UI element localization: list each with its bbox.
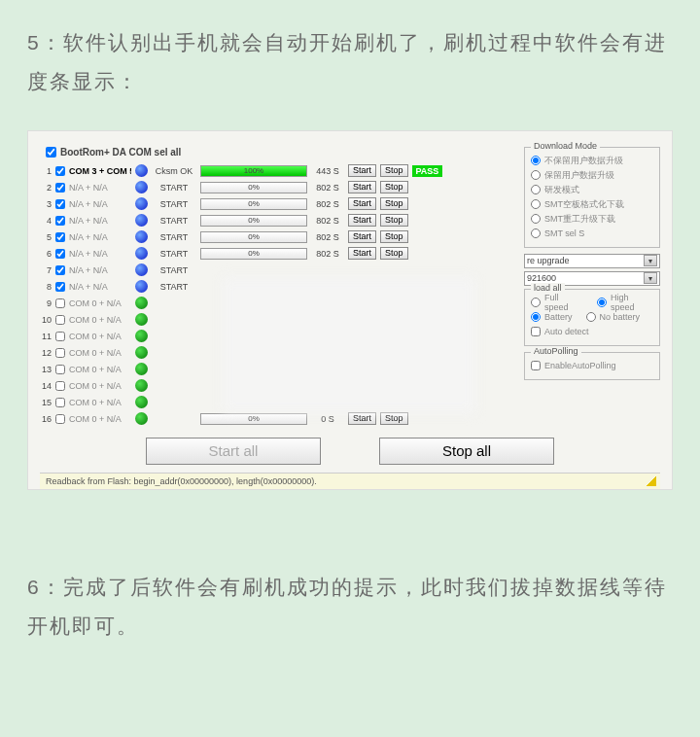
row-num: 4 xyxy=(40,216,52,226)
radio-no-battery[interactable]: No battery xyxy=(586,310,641,325)
download-all-title: load all xyxy=(531,283,565,293)
row-checkbox[interactable] xyxy=(55,216,65,226)
row-stop-button[interactable]: Stop xyxy=(380,181,408,193)
row-port: COM 0 + N/A xyxy=(69,315,131,325)
status-dot-icon xyxy=(135,346,148,359)
row-time: 443 S xyxy=(311,166,344,176)
download-mode-option[interactable]: 不保留用户数据升级 xyxy=(531,154,653,168)
row-port: N/A + N/A xyxy=(69,216,131,226)
row-checkbox[interactable] xyxy=(55,232,65,242)
autopolling-group: AutoPolling EnableAutoPolling xyxy=(524,352,660,380)
download-mode-option[interactable]: SMT重工升级下载 xyxy=(531,212,653,227)
row-checkbox[interactable] xyxy=(55,199,65,209)
row-stop-button[interactable]: Stop xyxy=(380,197,408,210)
check-auto-detect[interactable]: Auto detect xyxy=(531,325,653,339)
row-port: N/A + N/A xyxy=(69,232,131,242)
row-status: START xyxy=(152,249,196,259)
row-start-button[interactable]: Start xyxy=(348,214,376,227)
flash-tool-window: BootRom+ DA COM sel all 1COM 3 + COM 5Ck… xyxy=(27,130,673,490)
row-progress: 0% xyxy=(200,413,307,425)
row-progress: 0% xyxy=(200,198,307,210)
step5-text: 5：软件认别出手机就会自动开始刷机了，刷机过程中软件会有进度条显示： xyxy=(27,23,673,101)
row-time: 802 S xyxy=(311,249,344,259)
status-dot-icon xyxy=(135,230,148,243)
chevron-down-icon: ▾ xyxy=(644,272,657,284)
row-checkbox[interactable] xyxy=(55,298,65,308)
row-status: START xyxy=(152,216,196,226)
row-time: 802 S xyxy=(311,216,344,226)
row-num: 8 xyxy=(40,282,52,292)
row-status: START xyxy=(152,232,196,242)
select-all-input[interactable] xyxy=(46,147,56,158)
row-checkbox[interactable] xyxy=(55,249,65,259)
row-num: 9 xyxy=(40,298,52,308)
status-dot-icon xyxy=(135,313,148,326)
right-panel: Download Mode 不保留用户数据升级保留用户数据升级研发模式SMT空板… xyxy=(524,147,660,428)
row-status: START xyxy=(152,265,196,275)
download-mode-option[interactable]: 保留用户数据升级 xyxy=(531,168,653,183)
download-mode-option[interactable]: SMT空板格式化下载 xyxy=(531,197,653,212)
row-time: 802 S xyxy=(311,183,344,193)
select-all-label: BootRom+ DA COM sel all xyxy=(60,147,181,158)
row-start-button[interactable]: Start xyxy=(348,412,376,425)
row-checkbox[interactable] xyxy=(55,398,65,407)
status-dot-icon xyxy=(135,363,148,375)
row-checkbox[interactable] xyxy=(55,166,65,176)
row-checkbox[interactable] xyxy=(55,381,65,391)
status-dot-icon xyxy=(135,330,148,342)
device-row: 7N/A + N/ASTART xyxy=(40,263,514,278)
stop-all-button[interactable]: Stop all xyxy=(379,438,554,465)
select-all-checkbox[interactable]: BootRom+ DA COM sel all xyxy=(40,147,514,158)
row-num: 2 xyxy=(40,183,52,193)
row-status: START xyxy=(152,282,196,292)
download-mode-title: Download Mode xyxy=(531,141,600,151)
row-start-button[interactable]: Start xyxy=(348,247,376,260)
row-checkbox[interactable] xyxy=(55,282,65,292)
row-checkbox[interactable] xyxy=(55,265,65,275)
download-mode-option[interactable]: 研发模式 xyxy=(531,183,653,197)
row-port: N/A + N/A xyxy=(69,282,131,292)
row-start-button[interactable]: Start xyxy=(348,181,376,193)
autopolling-title: AutoPolling xyxy=(531,346,581,356)
device-row: 16COM 0 + N/A0%0 SStartStop xyxy=(40,411,514,427)
status-dot-icon xyxy=(135,396,148,408)
status-dot-icon xyxy=(135,181,148,193)
row-checkbox[interactable] xyxy=(55,183,65,193)
row-checkbox[interactable] xyxy=(55,414,65,424)
download-mode-option[interactable]: SMT sel S xyxy=(531,227,653,241)
row-stop-button[interactable]: Stop xyxy=(380,230,408,243)
row-checkbox[interactable] xyxy=(55,315,65,325)
row-start-button[interactable]: Start xyxy=(348,230,376,243)
row-stop-button[interactable]: Stop xyxy=(380,247,408,260)
row-stop-button[interactable]: Stop xyxy=(380,164,408,177)
row-progress: 100% xyxy=(200,165,307,177)
radio-full-speed[interactable]: Full speed xyxy=(531,296,583,310)
row-progress: 0% xyxy=(200,215,307,227)
row-checkbox[interactable] xyxy=(55,348,65,358)
check-autopolling[interactable]: EnableAutoPolling xyxy=(531,359,653,373)
row-status: START xyxy=(152,183,196,193)
row-pass-badge: PASS xyxy=(412,165,443,177)
select-upgrade[interactable]: re upgrade▾ xyxy=(524,254,660,268)
start-all-button[interactable]: Start all xyxy=(146,438,321,465)
row-stop-button[interactable]: Stop xyxy=(380,214,408,227)
row-num: 10 xyxy=(40,315,52,325)
row-num: 13 xyxy=(40,365,52,374)
radio-battery[interactable]: Battery xyxy=(531,310,573,325)
row-checkbox[interactable] xyxy=(55,365,65,374)
row-num: 3 xyxy=(40,199,52,209)
row-port: COM 0 + N/A xyxy=(69,348,131,358)
radio-high-speed[interactable]: High speed xyxy=(597,296,653,310)
row-start-button[interactable]: Start xyxy=(348,197,376,210)
status-dot-icon xyxy=(135,247,148,260)
row-progress: 0% xyxy=(200,248,307,260)
row-checkbox[interactable] xyxy=(55,332,65,341)
row-port: COM 0 + N/A xyxy=(69,414,131,424)
row-num: 1 xyxy=(40,166,52,176)
row-time: 802 S xyxy=(311,199,344,209)
row-port: COM 3 + COM 5 xyxy=(69,166,131,176)
row-start-button[interactable]: Start xyxy=(348,164,376,177)
status-dot-icon xyxy=(135,280,148,293)
row-stop-button[interactable]: Stop xyxy=(380,412,408,425)
row-num: 6 xyxy=(40,249,52,259)
